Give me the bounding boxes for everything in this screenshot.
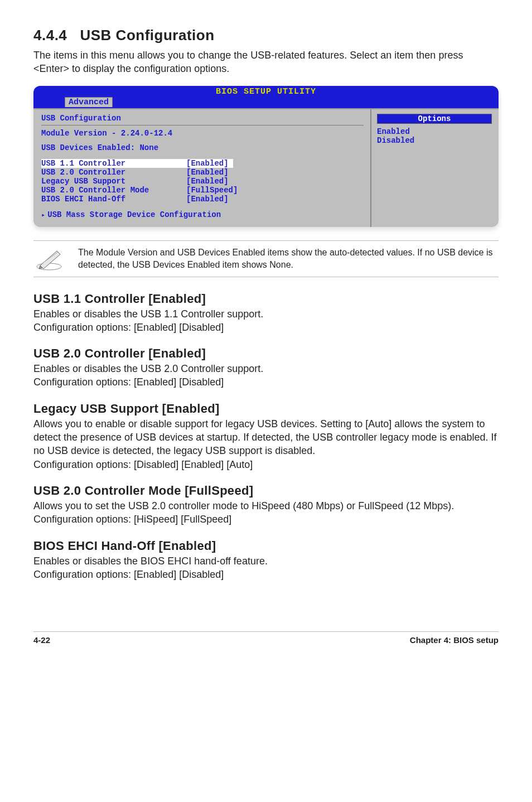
bios-row-value: [Enabled] bbox=[186, 159, 229, 168]
sub-body: Allows you to enable or disable support … bbox=[33, 417, 499, 471]
bios-row-value: [Enabled] bbox=[186, 177, 229, 186]
bios-tab-advanced[interactable]: Advanced bbox=[65, 97, 113, 107]
sub-heading: USB 2.0 Controller [Enabled] bbox=[33, 346, 499, 361]
divider bbox=[41, 125, 364, 125]
sub-body: Enables or disables the USB 1.1 Controll… bbox=[33, 307, 499, 335]
bios-row-label: USB 2.0 Controller bbox=[41, 168, 186, 177]
note-block: The Module Version and USB Devices Enabl… bbox=[33, 240, 499, 277]
bios-left-pane: USB Configuration Module Version - 2.24.… bbox=[33, 109, 370, 227]
bios-options-title: Options bbox=[377, 114, 492, 124]
bios-row-legacy[interactable]: Legacy USB Support [Enabled] bbox=[41, 177, 364, 186]
bios-row-value: [Enabled] bbox=[186, 195, 229, 204]
bios-settings-list: USB 1.1 Controller [Enabled] USB 2.0 Con… bbox=[41, 159, 364, 204]
bios-row-label: Legacy USB Support bbox=[41, 177, 186, 186]
sub-body: Enables or disables the USB 2.0 Controll… bbox=[33, 362, 499, 389]
bios-tabrow: Advanced bbox=[33, 96, 499, 108]
bios-row-label: BIOS EHCI Hand-Off bbox=[41, 195, 186, 204]
bios-row-label: USB 2.0 Controller Mode bbox=[41, 186, 186, 195]
page-footer: 4-22 Chapter 4: BIOS setup bbox=[33, 631, 499, 645]
sub-body: Allows you to set the USB 2.0 controller… bbox=[33, 499, 499, 526]
note-text: The Module Version and USB Devices Enabl… bbox=[78, 247, 499, 270]
bios-module-line: Module Version - 2.24.0-12.4 bbox=[41, 129, 364, 138]
pencil-note-icon bbox=[33, 247, 65, 271]
bios-row-value: [Enabled] bbox=[186, 168, 229, 177]
bios-titlebar: BIOS SETUP UTILITY bbox=[33, 86, 499, 96]
section-intro: The items in this menu allows you to cha… bbox=[33, 49, 499, 76]
bios-row-usb20[interactable]: USB 2.0 Controller [Enabled] bbox=[41, 168, 364, 177]
sub-heading: USB 1.1 Controller [Enabled] bbox=[33, 292, 499, 306]
bios-option-enabled[interactable]: Enabled bbox=[377, 127, 492, 136]
bios-row-usb20mode[interactable]: USB 2.0 Controller Mode [FullSpeed] bbox=[41, 186, 364, 195]
section-number: 4.4.4 bbox=[33, 27, 67, 44]
sub-heading: USB 2.0 Controller Mode [FullSpeed] bbox=[33, 484, 499, 498]
section-title-text: USB Configuration bbox=[80, 27, 215, 44]
bios-screenshot: BIOS SETUP UTILITY Advanced USB Configur… bbox=[33, 86, 499, 227]
sub-heading: BIOS EHCI Hand-Off [Enabled] bbox=[33, 539, 499, 553]
bios-row-ehci[interactable]: BIOS EHCI Hand-Off [Enabled] bbox=[41, 195, 364, 204]
page-number: 4-22 bbox=[33, 635, 50, 645]
bios-devices-line: USB Devices Enabled: None bbox=[41, 143, 364, 152]
bios-submenu-usb-mass-storage[interactable]: USB Mass Storage Device Configuration bbox=[41, 210, 364, 219]
bios-right-pane: Options Enabled Disabled bbox=[370, 109, 499, 227]
spacer bbox=[41, 138, 364, 143]
sub-body: Enables or disables the BIOS EHCI hand-o… bbox=[33, 554, 499, 582]
bios-body: USB Configuration Module Version - 2.24.… bbox=[33, 108, 499, 227]
bios-option-disabled[interactable]: Disabled bbox=[377, 136, 492, 145]
chapter-label: Chapter 4: BIOS setup bbox=[410, 635, 499, 645]
bios-pane-heading: USB Configuration bbox=[41, 114, 364, 123]
bios-row-value: [FullSpeed] bbox=[186, 186, 238, 195]
sub-heading: Legacy USB Support [Enabled] bbox=[33, 402, 499, 416]
bios-row-label: USB 1.1 Controller bbox=[41, 159, 186, 168]
bios-row-usb11[interactable]: USB 1.1 Controller [Enabled] bbox=[41, 159, 233, 168]
section-heading: 4.4.4 USB Configuration bbox=[33, 27, 499, 44]
